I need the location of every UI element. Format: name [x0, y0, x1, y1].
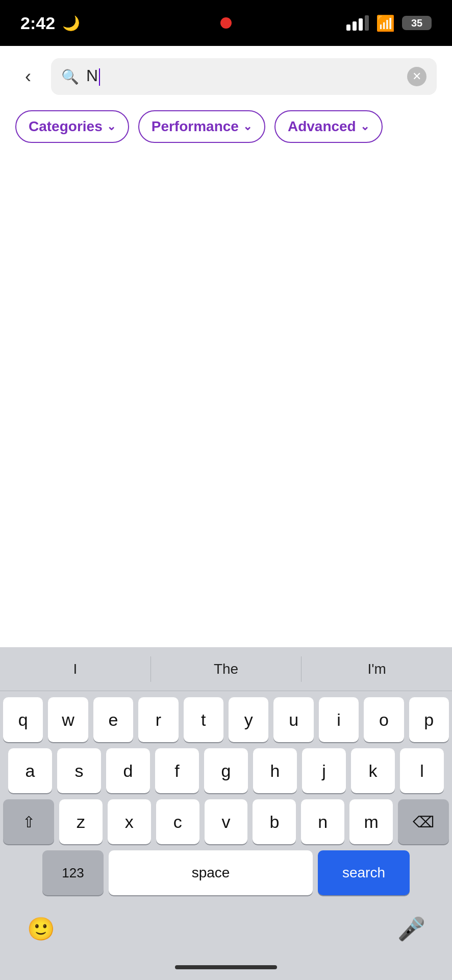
search-icon: 🔍 — [61, 68, 79, 85]
status-time: 2:42 — [20, 13, 55, 33]
signal-bar-3 — [359, 18, 363, 31]
key-y[interactable]: y — [229, 697, 268, 742]
key-q[interactable]: q — [3, 697, 43, 742]
key-t[interactable]: t — [184, 697, 223, 742]
keyboard: I The I'm q w e r t y u i o p a s d f g … — [0, 647, 452, 980]
home-bar — [175, 965, 277, 969]
battery-indicator: 35 — [402, 16, 432, 30]
back-arrow-icon: ‹ — [25, 66, 31, 87]
key-d[interactable]: d — [106, 748, 150, 793]
key-w[interactable]: w — [48, 697, 88, 742]
keyboard-rows: q w e r t y u i o p a s d f g h j k l ⇧ … — [0, 691, 452, 903]
search-button[interactable]: search — [318, 850, 410, 895]
shift-button[interactable]: ⇧ — [3, 799, 54, 844]
wifi-icon: 📶 — [376, 14, 395, 32]
key-row-2: a s d f g h j k l — [3, 748, 449, 793]
key-row-3: ⇧ z x c v b n m ⌫ — [3, 799, 449, 844]
performance-label: Performance — [152, 118, 239, 135]
clear-icon: ✕ — [412, 71, 421, 82]
categories-label: Categories — [29, 118, 103, 135]
numbers-button[interactable]: 123 — [42, 850, 104, 895]
key-e[interactable]: e — [93, 697, 133, 742]
key-i[interactable]: i — [319, 697, 359, 742]
signal-bar-2 — [353, 21, 357, 31]
mic-button[interactable]: 🎤 — [396, 914, 426, 944]
emoji-icon: 🙂 — [27, 916, 55, 942]
dynamic-island — [160, 8, 292, 38]
categories-filter[interactable]: Categories ⌄ — [15, 110, 129, 143]
key-m[interactable]: m — [349, 799, 393, 844]
key-r[interactable]: r — [138, 697, 178, 742]
status-right: 📶 35 — [346, 14, 432, 32]
back-button[interactable]: ‹ — [15, 64, 41, 89]
key-f[interactable]: f — [155, 748, 199, 793]
bottom-bar: 🙂 🎤 — [0, 903, 452, 954]
key-j[interactable]: j — [302, 748, 346, 793]
key-z[interactable]: z — [59, 799, 103, 844]
search-header: ‹ 🔍 N ✕ — [0, 46, 452, 105]
space-button[interactable]: space — [109, 850, 313, 895]
predictive-item-2[interactable]: The — [151, 647, 302, 691]
key-p[interactable]: p — [409, 697, 449, 742]
key-a[interactable]: a — [8, 748, 52, 793]
status-bar: 2:42 🌙 📶 35 — [0, 0, 452, 46]
mic-icon: 🎤 — [397, 916, 425, 942]
key-x[interactable]: x — [108, 799, 151, 844]
key-l[interactable]: l — [400, 748, 444, 793]
signal-bars — [346, 15, 369, 31]
signal-bar-4 — [365, 15, 369, 31]
key-b[interactable]: b — [253, 799, 296, 844]
predictive-bar: I The I'm — [0, 647, 452, 691]
key-row-4: 123 space search — [3, 850, 449, 895]
moon-icon: 🌙 — [62, 15, 80, 32]
key-k[interactable]: k — [351, 748, 395, 793]
text-cursor — [99, 68, 100, 86]
key-h[interactable]: h — [253, 748, 297, 793]
performance-filter[interactable]: Performance ⌄ — [138, 110, 265, 143]
delete-button[interactable]: ⌫ — [398, 799, 449, 844]
home-indicator — [0, 954, 452, 980]
performance-chevron-icon: ⌄ — [243, 120, 252, 133]
filter-row: Categories ⌄ Performance ⌄ Advanced ⌄ — [0, 105, 452, 153]
status-left: 2:42 🌙 — [20, 13, 80, 33]
record-dot — [220, 17, 232, 29]
signal-bar-1 — [346, 24, 350, 31]
key-s[interactable]: s — [57, 748, 101, 793]
search-bar[interactable]: 🔍 N ✕ — [51, 58, 437, 95]
predictive-item-1[interactable]: I — [0, 647, 150, 691]
content-area — [0, 153, 452, 551]
advanced-chevron-icon: ⌄ — [360, 120, 369, 133]
key-n[interactable]: n — [301, 799, 344, 844]
key-g[interactable]: g — [204, 748, 248, 793]
advanced-label: Advanced — [288, 118, 356, 135]
categories-chevron-icon: ⌄ — [107, 120, 116, 133]
search-input[interactable]: N — [86, 67, 400, 86]
predictive-item-3[interactable]: I'm — [302, 647, 452, 691]
key-row-1: q w e r t y u i o p — [3, 697, 449, 742]
advanced-filter[interactable]: Advanced ⌄ — [274, 110, 383, 143]
key-c[interactable]: c — [156, 799, 199, 844]
key-v[interactable]: v — [205, 799, 248, 844]
emoji-button[interactable]: 🙂 — [26, 914, 56, 944]
key-u[interactable]: u — [273, 697, 313, 742]
key-o[interactable]: o — [364, 697, 404, 742]
clear-button[interactable]: ✕ — [407, 67, 426, 86]
battery-level: 35 — [411, 17, 422, 29]
